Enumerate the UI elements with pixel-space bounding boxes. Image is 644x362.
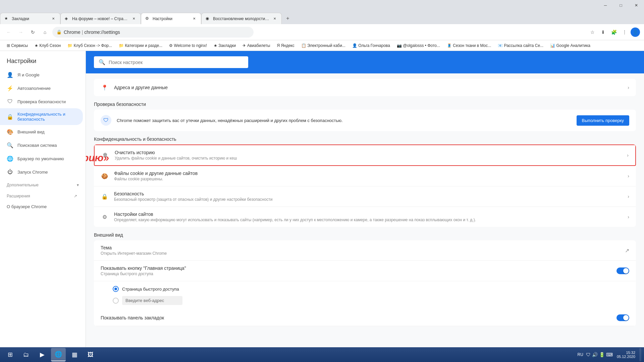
url-display: Chrome | chrome://settings xyxy=(64,29,250,35)
sidebar-title: Настройки xyxy=(0,51,86,68)
taskbar-photoshop[interactable]: 🖼 xyxy=(83,348,98,361)
clear-history-row[interactable]: 🗑 Очистить историю Удалить файлы cookie … xyxy=(94,144,636,166)
sidebar-item-search[interactable]: 🔍 Поисковая система xyxy=(0,138,83,152)
bookmark-4[interactable]: ⚙ Welcome to nginx! xyxy=(166,43,210,49)
autofill-icon: ⚡ xyxy=(7,85,13,92)
external-link-icon: ↗ xyxy=(625,247,629,254)
taskbar-media[interactable]: ▶ xyxy=(35,348,50,361)
sidebar-item-appearance[interactable]: 🎨 Внешний вид xyxy=(0,125,83,138)
sidebar-item-autofill[interactable]: ⚡ Автозаполнение xyxy=(0,81,83,95)
sidebar-label-me-google: Я и Google xyxy=(17,72,40,77)
cookies-text: Файлы cookie и другие данные сайтов Файл… xyxy=(114,171,622,181)
tab-title: Настройки xyxy=(153,16,190,21)
new-tab-button[interactable]: + xyxy=(283,14,292,23)
taskbar-chrome[interactable]: 🌐 xyxy=(51,348,66,361)
tab-close[interactable]: ✕ xyxy=(131,16,137,21)
cookies-row[interactable]: 🍪 Файлы cookie и другие данные сайтов Фа… xyxy=(94,166,636,186)
start-button[interactable]: ⊞ xyxy=(3,348,17,361)
bookmark-8[interactable]: 📋 Электронный каби... xyxy=(299,43,348,49)
chevron-down-icon: ▾ xyxy=(77,183,79,187)
bookmark-star[interactable]: ☆ xyxy=(588,27,597,37)
bookmark-13[interactable]: 📊 Google Аналитика xyxy=(547,43,593,49)
extension-icon[interactable]: 🧩 xyxy=(609,27,619,37)
radio-url[interactable] xyxy=(113,294,629,307)
window-controls: ─ □ ✕ xyxy=(598,0,644,11)
sidebar-item-security[interactable]: 🛡 Проверка безопасности xyxy=(0,95,83,108)
battery-icon: ⌨ xyxy=(606,352,613,357)
close-button[interactable]: ✕ xyxy=(629,0,644,11)
bookmarks-bar-toggle[interactable] xyxy=(616,314,629,321)
lock-icon: 🔒 xyxy=(56,29,62,35)
tab-title: Закладки xyxy=(12,16,49,21)
appearance-icon: 🎨 xyxy=(7,128,13,135)
sidebar-section-extra: Дополнительные ▾ xyxy=(0,179,86,189)
sidebar-item-me-google[interactable]: 👤 Я и Google xyxy=(0,68,83,81)
omnibox[interactable]: 🔒 Chrome | chrome://settings xyxy=(52,27,254,38)
sidebar-item-default-browser[interactable]: 🌐 Браузер по умолчанию xyxy=(0,152,83,165)
shield-icon: 🛡 xyxy=(7,98,13,105)
tab-close[interactable]: ✕ xyxy=(272,16,277,21)
tab-close[interactable]: ✕ xyxy=(51,16,56,21)
language-indicator: RU xyxy=(576,352,585,357)
more-menu-button[interactable]: ⋮ xyxy=(620,27,629,37)
bookmark-1[interactable]: ★ Клуб Сезон xyxy=(32,43,63,49)
homepage-toggle-text: Показывать кнопку "Главная страница" Стр… xyxy=(101,265,611,276)
security-row[interactable]: 🔒 Безопасность Безопасный просмотр (защи… xyxy=(94,186,636,207)
sidebar-item-privacy[interactable]: 🔒 Конфиденциальность и безопасность xyxy=(0,108,83,125)
profile-avatar[interactable]: 👤 xyxy=(631,27,640,37)
bookmark-11[interactable]: 🧵 Сезон ткани в Мос... xyxy=(444,43,494,49)
bookmark-12[interactable]: 📧 Рассылка сайта Се... xyxy=(495,43,546,49)
tab-beauty[interactable]: ◉ Восстановление молодости ли... ✕ xyxy=(201,13,282,24)
taskbar-file-manager[interactable]: 🗂 xyxy=(19,348,34,361)
taskbar-clock[interactable]: 15:32 05.12.2020 xyxy=(614,351,638,359)
theme-subtitle: Открыть Интернет-магазин Chrome xyxy=(101,251,620,256)
startup-icon: ⏻ xyxy=(7,169,13,175)
bookmark-5[interactable]: ★ Закладки xyxy=(211,43,238,49)
search-input[interactable] xyxy=(109,60,244,65)
tab-close[interactable]: ✕ xyxy=(192,16,197,21)
address-row-text: Адреса и другие данные xyxy=(114,85,622,90)
sidebar-item-about[interactable]: О браузере Chrome xyxy=(0,201,83,213)
bookmark-9[interactable]: 👤 Ольга Гончарова xyxy=(350,43,393,49)
theme-row[interactable]: Тема Открыть Интернет-магазин Chrome ↗ xyxy=(94,240,636,261)
url-input[interactable] xyxy=(122,296,182,305)
show-desktop-button[interactable] xyxy=(639,348,641,361)
arrow-icon: › xyxy=(628,194,629,199)
radio-quick-access[interactable]: Страница быстрого доступа xyxy=(113,284,629,294)
homepage-toggle[interactable] xyxy=(616,267,629,274)
minimize-button[interactable]: ─ xyxy=(598,0,613,11)
maximize-button[interactable]: □ xyxy=(613,0,629,11)
settings-search-bar: 🔍 xyxy=(86,51,644,73)
external-link-icon[interactable]: ↗ xyxy=(72,193,79,199)
radio-label-quick: Страница быстрого доступа xyxy=(122,287,179,292)
bookmark-6[interactable]: ✈ Авиабилеты xyxy=(240,43,273,49)
tab-forum[interactable]: ◈ На форуме – новое! – Страниц... ✕ xyxy=(60,13,141,24)
arrow-icon: › xyxy=(628,173,629,179)
sidebar-label-privacy: Конфиденциальность и безопасность xyxy=(17,112,76,122)
bookmark-3[interactable]: 📁 Категории и разде... xyxy=(116,43,165,49)
tab-title: Восстановление молодости ли... xyxy=(213,16,270,21)
forward-button[interactable]: → xyxy=(16,27,25,37)
bookmark-10[interactable]: 📷 @olgalosss • Фото... xyxy=(394,43,443,49)
run-check-button[interactable]: Выполнить проверку xyxy=(577,115,629,126)
bookmark-7[interactable]: Я Яндекс xyxy=(274,43,297,49)
tab-settings[interactable]: ⚙ Настройки ✕ xyxy=(141,13,201,24)
sidebar-label-startup: Запуск Chrome xyxy=(17,170,48,175)
download-icon[interactable]: ⬇ xyxy=(598,27,608,37)
bookmark-apps[interactable]: ⊞ Сервисы xyxy=(4,43,31,49)
bookmark-2[interactable]: 📁 Клуб Сезон -> Фор... xyxy=(65,43,115,49)
location-icon: 📍 xyxy=(101,83,109,92)
tab-bookmarks[interactable]: ★ Закладки ✕ xyxy=(0,13,60,24)
address-data-row[interactable]: 📍 Адреса и другие данные › xyxy=(94,79,636,96)
privacy-section: 🗑 Очистить историю Удалить файлы cookie … xyxy=(94,144,636,227)
sidebar-item-startup[interactable]: ⏻ Запуск Chrome xyxy=(0,165,83,179)
main-content: 🔍 📍 Адреса и другие данные › Проверка бе… xyxy=(86,51,644,347)
taskbar-app2[interactable]: ▦ xyxy=(67,348,82,361)
security-text: Безопасность Безопасный просмотр (защита… xyxy=(114,191,622,202)
reload-button[interactable]: ↻ xyxy=(28,27,38,37)
back-button[interactable]: ← xyxy=(4,27,13,37)
site-settings-row[interactable]: ⚙ Настройки сайтов Определяет, какую инф… xyxy=(94,207,636,227)
sidebar-label-search: Поисковая система xyxy=(17,143,57,148)
home-button[interactable]: ⌂ xyxy=(40,27,50,37)
search-input-wrap[interactable]: 🔍 xyxy=(94,56,248,68)
